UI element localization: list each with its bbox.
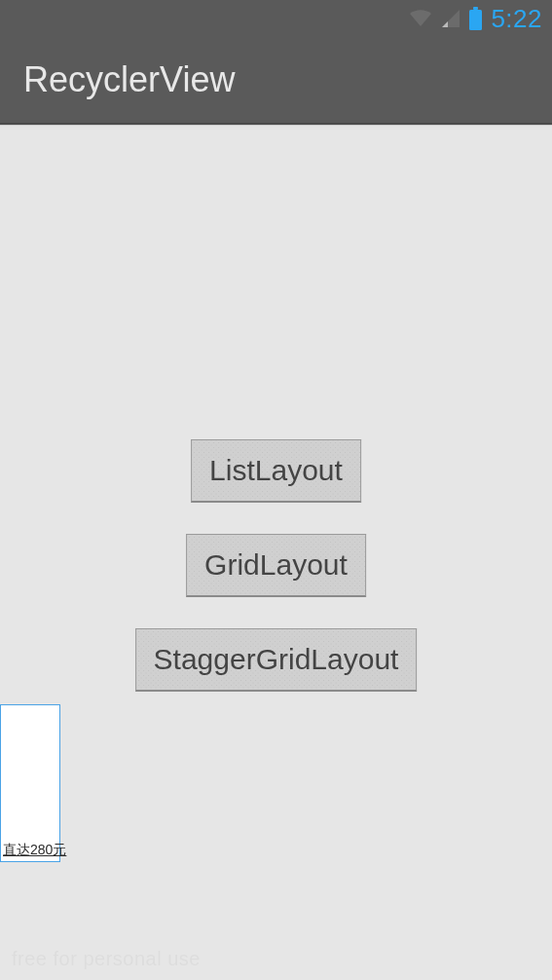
action-bar: RecyclerView <box>0 37 552 125</box>
signal-icon <box>441 9 460 28</box>
page-title: RecyclerView <box>23 59 235 100</box>
battery-icon <box>468 7 483 30</box>
wifi-icon <box>408 9 433 28</box>
status-time: 5:22 <box>491 4 542 34</box>
svg-rect-1 <box>469 10 482 30</box>
list-layout-button[interactable]: ListLayout <box>191 439 361 503</box>
button-stack: ListLayout GridLayout StaggerGridLayout <box>135 439 418 692</box>
grid-layout-button[interactable]: GridLayout <box>186 534 366 597</box>
stagger-grid-layout-button[interactable]: StaggerGridLayout <box>135 628 418 692</box>
svg-rect-0 <box>473 7 478 10</box>
overlay-ad-text: 直达280元 <box>1 842 66 861</box>
status-bar: 5:22 <box>0 0 552 37</box>
content-area: ListLayout GridLayout StaggerGridLayout … <box>0 125 552 980</box>
watermark-text: free for personal use <box>12 948 201 970</box>
overlay-ad-box[interactable]: 直达280元 <box>0 704 60 862</box>
